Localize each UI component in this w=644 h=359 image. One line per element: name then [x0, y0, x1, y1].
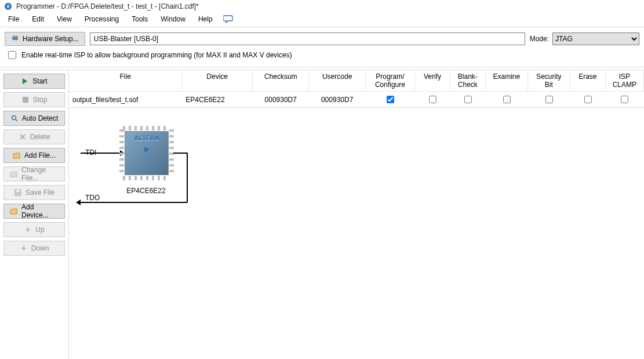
add-device-button[interactable]: Add Device... — [3, 204, 65, 219]
cell-file: output_files/test_t.sof — [69, 92, 182, 108]
realtime-isp-checkbox[interactable] — [8, 51, 16, 59]
svg-rect-1 — [12, 37, 18, 40]
cell-security[interactable] — [527, 92, 570, 108]
cell-isp[interactable] — [605, 92, 643, 108]
title-bar: Programmer - D:/FPGA Delete/test_t - tes… — [0, 0, 644, 13]
auto-detect-button[interactable]: Auto Detect — [3, 111, 65, 126]
table-row[interactable]: output_files/test_t.sof EP4CE6E22 000930… — [69, 92, 644, 108]
chip-wrap[interactable]: ALTERA — [125, 131, 169, 175]
toolbar: Hardware Setup... USB-Blaster [USB-0] Mo… — [0, 30, 644, 48]
security-checkbox[interactable] — [545, 96, 553, 103]
svg-rect-11 — [16, 190, 20, 192]
tdo-label: TDO — [85, 194, 100, 202]
col-usercode[interactable]: Usercode — [309, 70, 365, 92]
col-checksum[interactable]: Checksum — [253, 70, 309, 92]
tdi-arrowhead-icon — [120, 150, 125, 156]
svg-marker-4 — [23, 78, 27, 84]
chain-line-right — [173, 153, 187, 154]
col-file[interactable]: File — [69, 70, 182, 92]
realtime-isp-label: Enable real-time ISP to allow background… — [21, 51, 292, 59]
svg-rect-2 — [13, 35, 14, 37]
program-checkbox[interactable] — [387, 96, 394, 103]
cell-examine[interactable] — [485, 92, 527, 108]
chip-graphic: ALTERA — [125, 131, 169, 175]
down-button: Down — [3, 241, 65, 256]
svg-rect-5 — [23, 97, 28, 103]
mode-select[interactable]: JTAG — [552, 32, 639, 45]
chain-view[interactable]: TDI ALTERA — [69, 108, 644, 359]
cell-usercode: 000930D7 — [309, 92, 365, 108]
svg-point-6 — [12, 116, 16, 120]
svg-rect-3 — [16, 35, 17, 37]
menu-tools[interactable]: Tools — [126, 14, 154, 24]
col-device[interactable]: Device — [182, 70, 253, 92]
cell-erase[interactable] — [570, 92, 605, 108]
svg-marker-13 — [21, 246, 26, 251]
cell-blank[interactable] — [450, 92, 485, 108]
autodetect-icon — [10, 114, 19, 122]
toolbar-separator — [0, 67, 644, 67]
arrow-down-icon — [20, 244, 28, 252]
file-table-wrap: File Device Checksum Usercode Program/ C… — [69, 70, 644, 108]
main-row: Start Stop Auto Detect Delete Add File..… — [0, 70, 644, 359]
cell-verify[interactable] — [415, 92, 450, 108]
chip-play-icon — [143, 146, 150, 155]
save-file-button: Save File — [3, 185, 65, 200]
blank-checkbox[interactable] — [464, 96, 472, 103]
menu-file[interactable]: File — [2, 14, 25, 24]
arrow-up-icon — [24, 226, 32, 234]
mode-label: Mode: — [530, 35, 549, 43]
tdi-line — [81, 153, 121, 154]
hardware-value: USB-Blaster [USB-0] — [94, 35, 158, 43]
erase-checkbox[interactable] — [584, 96, 592, 103]
examine-checkbox[interactable] — [503, 96, 511, 103]
menu-edit[interactable]: Edit — [26, 14, 50, 24]
mode-box: Mode: JTAG — [530, 32, 639, 45]
col-program[interactable]: Program/ Configure — [365, 70, 414, 92]
col-security[interactable]: Security Bit — [527, 70, 570, 92]
stop-button: Stop — [3, 92, 65, 107]
col-verify[interactable]: Verify — [415, 70, 450, 92]
cell-checksum: 000930D7 — [253, 92, 309, 108]
window-title: Programmer - D:/FPGA Delete/test_t - tes… — [16, 2, 199, 10]
svg-marker-14 — [144, 147, 150, 153]
hardware-field[interactable]: USB-Blaster [USB-0] — [90, 32, 525, 45]
col-erase[interactable]: Erase — [570, 70, 605, 92]
menu-separator — [0, 27, 644, 27]
menu-view[interactable]: View — [51, 14, 78, 24]
cell-device: EP4CE6E22 — [182, 92, 253, 108]
svg-line-7 — [16, 119, 17, 121]
col-blank[interactable]: Blank- Check — [450, 70, 485, 92]
change-file-icon — [10, 170, 18, 178]
start-button[interactable]: Start — [3, 74, 65, 89]
menu-processing[interactable]: Processing — [79, 14, 125, 24]
hardware-icon — [11, 34, 19, 44]
menu-window[interactable]: Window — [155, 14, 191, 24]
menu-bar: File Edit View Processing Tools Window H… — [0, 13, 644, 26]
change-file-button: Change File... — [3, 166, 65, 182]
file-table: File Device Checksum Usercode Program/ C… — [69, 70, 644, 107]
cell-program[interactable] — [365, 92, 414, 108]
table-header-row: File Device Checksum Usercode Program/ C… — [69, 70, 644, 92]
save-icon — [14, 188, 22, 197]
folder-open-icon — [13, 151, 21, 159]
start-icon — [21, 77, 29, 85]
tdo-arrowhead-icon — [76, 200, 81, 205]
col-isp[interactable]: ISP CLAMP — [605, 70, 643, 92]
add-file-button[interactable]: Add File... — [3, 148, 65, 163]
folder-device-icon — [10, 207, 18, 215]
right-panel: File Device Checksum Usercode Program/ C… — [68, 70, 644, 359]
svg-marker-12 — [26, 227, 30, 232]
verify-checkbox[interactable] — [429, 96, 436, 103]
col-examine[interactable]: Examine — [485, 70, 527, 92]
stop-icon — [21, 96, 30, 104]
delete-button: Delete — [3, 129, 65, 144]
app-icon — [3, 2, 13, 11]
help-bubble-icon[interactable] — [223, 14, 234, 24]
hardware-setup-button[interactable]: Hardware Setup... — [5, 32, 85, 46]
chip-label: EP4CE6E22 — [120, 187, 172, 195]
up-button: Up — [3, 222, 65, 237]
option-row: Enable real-time ISP to allow background… — [0, 48, 644, 66]
menu-help[interactable]: Help — [192, 14, 219, 24]
isp-checkbox[interactable] — [621, 96, 628, 103]
